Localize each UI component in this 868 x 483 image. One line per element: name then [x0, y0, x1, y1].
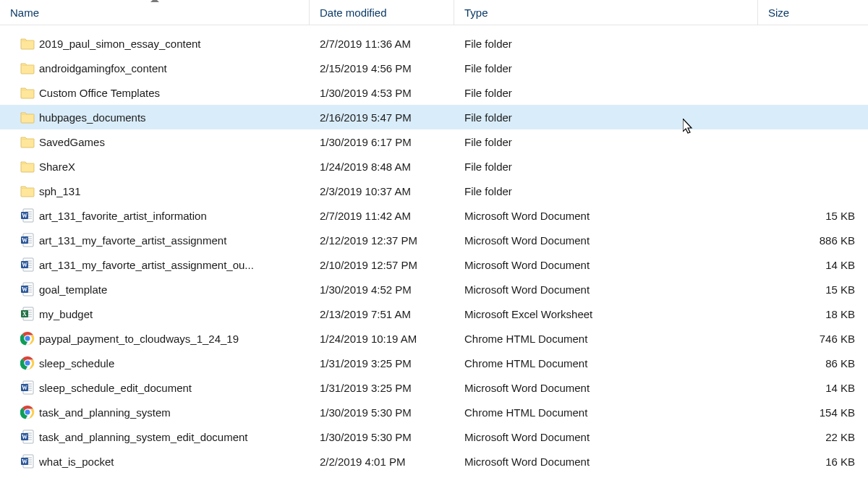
word-document-icon — [20, 208, 35, 223]
file-name-label: SavedGames — [39, 136, 310, 148]
column-header-row: Name Date modified Type Size — [0, 0, 868, 25]
file-name-cell[interactable]: SavedGames — [0, 134, 310, 149]
file-type: Microsoft Word Document — [454, 456, 758, 468]
file-name-cell[interactable]: goal_template — [0, 282, 310, 296]
file-name-cell[interactable]: hubpages_documents — [0, 110, 310, 124]
word-document-icon — [20, 429, 35, 444]
column-header-name[interactable]: Name — [0, 0, 310, 25]
file-name-cell[interactable]: my_budget — [0, 307, 310, 321]
file-size: 14 KB — [758, 259, 868, 271]
file-row[interactable]: sleep_schedule_edit_document1/31/2019 3:… — [0, 375, 868, 400]
folder-icon — [20, 184, 35, 198]
file-date-modified: 2/7/2019 11:36 AM — [310, 38, 454, 50]
sort-ascending-icon — [150, 0, 159, 2]
file-row[interactable]: art_131_favorite_artist_information2/7/2… — [0, 203, 868, 228]
file-date-modified: 1/24/2019 10:19 AM — [310, 333, 454, 345]
file-name-cell[interactable]: 2019_paul_simon_essay_content — [0, 36, 310, 51]
file-row[interactable]: goal_template1/30/2019 4:52 PMMicrosoft … — [0, 277, 868, 302]
file-date-modified: 1/30/2019 6:17 PM — [310, 136, 454, 148]
file-date-modified: 2/2/2019 4:01 PM — [310, 456, 454, 468]
file-name-cell[interactable]: sph_131 — [0, 184, 310, 198]
file-name-cell[interactable]: task_and_planning_system — [0, 405, 310, 419]
column-header-date-modified[interactable]: Date modified — [310, 0, 454, 25]
file-name-label: hubpages_documents — [39, 111, 310, 124]
folder-icon — [20, 85, 35, 100]
word-document-icon — [20, 257, 35, 272]
file-row[interactable]: art_131_my_favorte_artist_assignment_ou.… — [0, 252, 868, 277]
folder-icon — [20, 110, 35, 124]
file-date-modified: 2/3/2019 10:37 AM — [310, 185, 454, 197]
file-name-cell[interactable]: art_131_my_favorte_artist_assignment_ou.… — [0, 257, 310, 272]
file-row[interactable]: paypal_payment_to_cloudways_1_24_191/24/… — [0, 326, 868, 351]
file-name-label: ShareX — [39, 161, 310, 173]
file-type: Chrome HTML Document — [454, 357, 758, 369]
file-name-cell[interactable]: art_131_favorite_artist_information — [0, 208, 310, 223]
file-row[interactable]: 2019_paul_simon_essay_content2/7/2019 11… — [0, 31, 868, 56]
file-size: 86 KB — [758, 357, 868, 369]
file-date-modified: 2/15/2019 4:56 PM — [310, 62, 454, 74]
file-row[interactable]: SavedGames1/30/2019 6:17 PMFile folder — [0, 129, 868, 154]
column-header-label: Size — [768, 7, 789, 19]
file-row[interactable]: androidgamingfox_content2/15/2019 4:56 P… — [0, 56, 868, 80]
file-row[interactable]: my_budget2/13/2019 7:51 AMMicrosoft Exce… — [0, 302, 868, 326]
file-date-modified: 1/30/2019 4:52 PM — [310, 283, 454, 296]
excel-worksheet-icon — [20, 307, 35, 321]
file-name-label: goal_template — [39, 283, 310, 296]
file-size: 154 KB — [758, 406, 868, 419]
file-type: File folder — [454, 62, 758, 74]
file-name-cell[interactable]: sleep_schedule — [0, 356, 310, 370]
file-name-cell[interactable]: sleep_schedule_edit_document — [0, 380, 310, 395]
column-header-label: Date modified — [320, 7, 387, 19]
file-row[interactable]: sph_1312/3/2019 10:37 AMFile folder — [0, 179, 868, 203]
file-name-cell[interactable]: what_is_pocket — [0, 454, 310, 469]
column-header-label: Type — [464, 7, 488, 19]
file-type: Chrome HTML Document — [454, 333, 758, 345]
file-name-cell[interactable]: art_131_my_favorte_artist_assignment — [0, 233, 310, 247]
file-type: Microsoft Word Document — [454, 431, 758, 443]
file-date-modified: 2/7/2019 11:42 AM — [310, 210, 454, 222]
column-header-type[interactable]: Type — [454, 0, 758, 25]
column-header-label: Name — [10, 7, 39, 19]
file-type: Microsoft Word Document — [454, 259, 758, 271]
file-date-modified: 1/31/2019 3:25 PM — [310, 357, 454, 369]
file-name-label: sleep_schedule — [39, 357, 310, 369]
file-row[interactable]: task_and_planning_system1/30/2019 5:30 P… — [0, 400, 868, 424]
file-row[interactable]: what_is_pocket2/2/2019 4:01 PMMicrosoft … — [0, 449, 868, 474]
file-list: 2019_paul_simon_essay_content2/7/2019 11… — [0, 25, 868, 474]
file-date-modified: 1/30/2019 5:30 PM — [310, 406, 454, 419]
chrome-html-icon — [20, 405, 35, 419]
file-row[interactable]: ShareX1/24/2019 8:48 AMFile folder — [0, 154, 868, 179]
file-name-cell[interactable]: paypal_payment_to_cloudways_1_24_19 — [0, 331, 310, 346]
file-name-label: paypal_payment_to_cloudways_1_24_19 — [39, 333, 310, 345]
file-date-modified: 2/13/2019 7:51 AM — [310, 308, 454, 320]
file-size: 14 KB — [758, 382, 868, 394]
file-type: Microsoft Word Document — [454, 283, 758, 296]
file-name-label: 2019_paul_simon_essay_content — [39, 38, 310, 50]
folder-icon — [20, 159, 35, 174]
file-row[interactable]: sleep_schedule1/31/2019 3:25 PMChrome HT… — [0, 351, 868, 375]
file-size: 746 KB — [758, 333, 868, 345]
column-header-size[interactable]: Size — [758, 0, 868, 25]
file-name-cell[interactable]: ShareX — [0, 159, 310, 174]
file-name-cell[interactable]: androidgamingfox_content — [0, 61, 310, 75]
file-name-label: art_131_my_favorte_artist_assignment — [39, 234, 310, 247]
file-type: Chrome HTML Document — [454, 406, 758, 419]
file-row[interactable]: task_and_planning_system_edit_document1/… — [0, 424, 868, 449]
file-name-label: what_is_pocket — [39, 456, 310, 468]
file-size: 15 KB — [758, 210, 868, 222]
file-row[interactable]: art_131_my_favorte_artist_assignment2/12… — [0, 228, 868, 252]
file-name-label: Custom Office Templates — [39, 87, 310, 99]
word-document-icon — [20, 380, 35, 395]
file-name-cell[interactable]: Custom Office Templates — [0, 85, 310, 100]
file-name-cell[interactable]: task_and_planning_system_edit_document — [0, 429, 310, 444]
file-name-label: my_budget — [39, 308, 310, 320]
file-row[interactable]: hubpages_documents2/16/2019 5:47 PMFile … — [0, 105, 868, 129]
file-type: Microsoft Word Document — [454, 234, 758, 247]
word-document-icon — [20, 233, 35, 247]
file-type: File folder — [454, 38, 758, 50]
file-size: 15 KB — [758, 283, 868, 296]
file-type: Microsoft Word Document — [454, 210, 758, 222]
file-row[interactable]: Custom Office Templates1/30/2019 4:53 PM… — [0, 80, 868, 105]
chrome-html-icon — [20, 356, 35, 370]
file-size: 18 KB — [758, 308, 868, 320]
